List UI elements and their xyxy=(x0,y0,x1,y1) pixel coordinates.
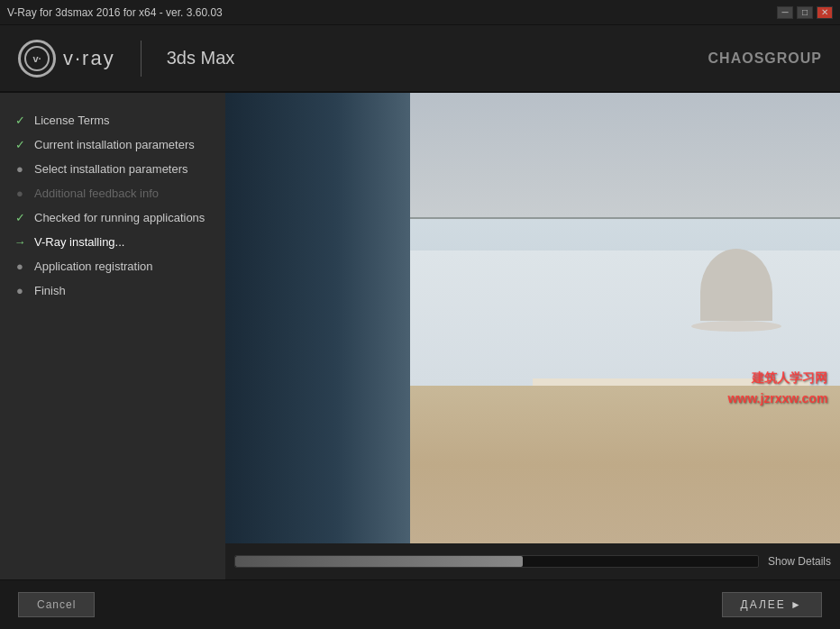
vray-text: v·ray xyxy=(63,47,115,70)
chair-back xyxy=(700,249,772,321)
content-area: ✓ License Terms ✓ Current installation p… xyxy=(0,93,840,579)
cabinet xyxy=(410,93,840,219)
vray-circle-icon: v· xyxy=(18,40,56,77)
check-icon: ✓ xyxy=(13,138,27,151)
sidebar-item-current-params[interactable]: ✓ Current installation parameters xyxy=(9,135,216,154)
image-area: 建筑人学习网 www.jzrxxw.com Show Details xyxy=(225,93,840,579)
render-image: 建筑人学习网 www.jzrxxw.com xyxy=(225,93,840,543)
dot-icon: ● xyxy=(13,284,27,297)
progress-bar xyxy=(234,555,759,568)
room-scene: 建筑人学习网 www.jzrxxw.com xyxy=(225,93,840,543)
close-button[interactable]: ✕ xyxy=(817,6,833,19)
progress-area: Show Details xyxy=(225,543,840,579)
window-controls: ─ □ ✕ xyxy=(777,6,833,19)
sidebar-item-license-terms[interactable]: ✓ License Terms xyxy=(9,111,216,130)
sidebar-item-additional-feedback: ● Additional feedback info xyxy=(9,184,216,203)
sidebar-label-app-registration: Application registration xyxy=(34,260,153,273)
watermark: 建筑人学习网 www.jzrxxw.com xyxy=(727,368,827,408)
sidebar-item-vray-installing: → V-Ray installing... xyxy=(9,232,216,251)
main-window: v· v·ray 3ds Max CHAOSGROUP ✓ License Te… xyxy=(0,25,840,629)
logo-area: v· v·ray 3ds Max xyxy=(18,40,234,77)
sidebar-label-vray-installing: V-Ray installing... xyxy=(34,235,124,249)
cancel-button[interactable]: Cancel xyxy=(18,592,95,617)
app-name: 3ds Max xyxy=(167,48,235,68)
sidebar-label-finish: Finish xyxy=(34,284,66,297)
brand-name: CHAOSGROUP xyxy=(708,50,822,67)
sidebar: ✓ License Terms ✓ Current installation p… xyxy=(0,93,225,579)
header: v· v·ray 3ds Max CHAOSGROUP xyxy=(0,25,840,93)
check-icon: ✓ xyxy=(13,211,27,224)
check-icon: ✓ xyxy=(13,114,27,127)
sidebar-item-finish[interactable]: ● Finish xyxy=(9,281,216,300)
sidebar-label-checked-running: Checked for running applications xyxy=(34,211,205,224)
dot-dim-icon: ● xyxy=(13,187,27,200)
header-divider xyxy=(141,41,142,77)
sidebar-label-select-params: Select installation parameters xyxy=(34,162,188,176)
arrow-icon: → xyxy=(13,235,27,249)
sidebar-item-app-registration[interactable]: ● Application registration xyxy=(9,257,216,276)
watermark-line1: 建筑人学习网 xyxy=(727,368,827,387)
sidebar-item-checked-running[interactable]: ✓ Checked for running applications xyxy=(9,208,216,227)
title-bar: V-Ray for 3dsmax 2016 for x64 - ver. 3.6… xyxy=(0,0,840,25)
title-text: V-Ray for 3dsmax 2016 for x64 - ver. 3.6… xyxy=(7,6,223,19)
window-area xyxy=(225,93,410,543)
chair xyxy=(682,251,790,386)
show-details-link[interactable]: Show Details xyxy=(768,555,831,568)
next-button[interactable]: ДАЛЕЕ ► xyxy=(722,592,823,617)
chair-seat xyxy=(691,321,781,332)
maximize-button[interactable]: □ xyxy=(797,6,813,19)
dot-icon: ● xyxy=(13,162,27,176)
vray-logo: v· v·ray xyxy=(18,40,115,77)
watermark-line2: www.jzrxxw.com xyxy=(727,388,827,408)
sidebar-item-select-params[interactable]: ● Select installation parameters xyxy=(9,160,216,178)
sidebar-label-license-terms: License Terms xyxy=(34,114,110,127)
sidebar-label-current-params: Current installation parameters xyxy=(34,138,195,151)
sidebar-label-additional-feedback: Additional feedback info xyxy=(34,187,159,200)
bottom-bar: Cancel ДАЛЕЕ ► xyxy=(0,579,840,629)
progress-bar-fill xyxy=(235,556,523,567)
dot-icon: ● xyxy=(13,260,27,273)
minimize-button[interactable]: ─ xyxy=(777,6,793,19)
